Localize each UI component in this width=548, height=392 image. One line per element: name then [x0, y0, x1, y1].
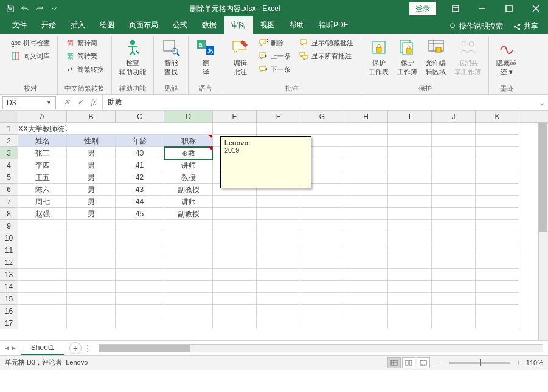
cell[interactable]: 40: [116, 147, 164, 159]
cell[interactable]: [67, 232, 116, 244]
hscroll-thumb[interactable]: [99, 345, 190, 352]
sheet-nav[interactable]: ◄►: [0, 345, 21, 351]
cell[interactable]: [388, 293, 432, 305]
accessibility-check-button[interactable]: 检查 辅助功能: [117, 36, 148, 78]
cell[interactable]: [300, 305, 344, 317]
cell[interactable]: [476, 281, 519, 293]
cell[interactable]: [18, 220, 67, 232]
cell[interactable]: [67, 317, 116, 329]
normal-view-button[interactable]: [387, 357, 401, 368]
cell[interactable]: [344, 256, 388, 269]
cell[interactable]: [18, 281, 67, 293]
page-break-view-button[interactable]: [417, 357, 430, 368]
minimize-icon[interactable]: [470, 0, 494, 17]
horizontal-scrollbar[interactable]: [99, 344, 543, 352]
cell[interactable]: XX大学教师统计: [18, 123, 67, 135]
row-header[interactable]: 8: [0, 208, 18, 220]
row-header[interactable]: 11: [0, 244, 18, 256]
col-header-F[interactable]: F: [257, 111, 300, 122]
add-sheet-button[interactable]: +: [69, 342, 82, 354]
cell[interactable]: 陈六: [18, 184, 67, 196]
cell[interactable]: [213, 269, 257, 281]
cell[interactable]: [116, 244, 164, 256]
cell[interactable]: [344, 196, 388, 208]
next-comment-button[interactable]: 下一条: [256, 63, 293, 75]
tab-file[interactable]: 文件: [5, 16, 34, 34]
cell[interactable]: [116, 123, 164, 135]
cell[interactable]: [257, 317, 300, 329]
cell[interactable]: [257, 232, 300, 244]
cell[interactable]: [432, 208, 476, 220]
cell[interactable]: [388, 196, 432, 208]
cell[interactable]: [257, 281, 300, 293]
tab-view[interactable]: 视图: [253, 16, 282, 34]
hide-ink-button[interactable]: 隐藏墨 迹 ▾: [494, 36, 519, 78]
cell[interactable]: [300, 317, 344, 329]
cell[interactable]: [300, 196, 344, 208]
tab-review[interactable]: 审阅: [224, 16, 253, 34]
cell[interactable]: [300, 256, 344, 269]
tab-layout[interactable]: 页面布局: [122, 16, 165, 34]
cell[interactable]: [257, 220, 300, 232]
cell[interactable]: [344, 293, 388, 305]
tab-insert[interactable]: 插入: [63, 16, 92, 34]
cell[interactable]: 讲师: [164, 159, 213, 171]
cell[interactable]: [213, 232, 257, 244]
cell[interactable]: [476, 244, 519, 256]
cell[interactable]: 赵强: [18, 208, 67, 220]
cell[interactable]: [67, 269, 116, 281]
cell[interactable]: [388, 184, 432, 196]
cell[interactable]: [476, 184, 519, 196]
cell[interactable]: [116, 305, 164, 317]
cell[interactable]: 年龄: [116, 135, 164, 147]
cell[interactable]: [257, 196, 300, 208]
cell[interactable]: [164, 232, 213, 244]
cell[interactable]: [476, 171, 519, 184]
cell[interactable]: 副教授: [164, 208, 213, 220]
cell[interactable]: 男: [67, 159, 116, 171]
cell[interactable]: [344, 171, 388, 184]
cell[interactable]: [344, 269, 388, 281]
row-header[interactable]: 3: [0, 147, 18, 159]
cell[interactable]: [18, 293, 67, 305]
cell[interactable]: [432, 317, 476, 329]
cell[interactable]: [432, 256, 476, 269]
cell[interactable]: [18, 317, 67, 329]
prev-comment-button[interactable]: 上一条: [256, 50, 293, 62]
cell[interactable]: [476, 123, 519, 135]
row-header[interactable]: 10: [0, 232, 18, 244]
allow-edit-ranges-button[interactable]: 允许编 辑区域: [423, 36, 448, 78]
cell[interactable]: [388, 269, 432, 281]
cell[interactable]: [67, 244, 116, 256]
cell[interactable]: [432, 281, 476, 293]
cell[interactable]: [432, 135, 476, 147]
cell[interactable]: [476, 208, 519, 220]
zoom-in-button[interactable]: +: [514, 358, 522, 368]
cell[interactable]: 讲师: [164, 196, 213, 208]
cell[interactable]: [476, 147, 519, 159]
protect-sheet-button[interactable]: 保护 工作表: [366, 36, 391, 78]
cell[interactable]: [300, 281, 344, 293]
cell[interactable]: [432, 184, 476, 196]
cell[interactable]: 男: [67, 196, 116, 208]
expand-formula-bar-icon[interactable]: ⌄: [536, 98, 548, 107]
sheet-tab[interactable]: Sheet1: [21, 342, 64, 355]
cell[interactable]: [116, 317, 164, 329]
cell[interactable]: [388, 135, 432, 147]
cell[interactable]: [164, 317, 213, 329]
sheet-prev-icon[interactable]: ◄: [4, 345, 10, 351]
cell[interactable]: [476, 269, 519, 281]
row-header[interactable]: 1: [0, 123, 18, 135]
row-header[interactable]: 9: [0, 220, 18, 232]
col-header-K[interactable]: K: [476, 111, 519, 122]
cell[interactable]: [18, 244, 67, 256]
cell[interactable]: [116, 220, 164, 232]
cell[interactable]: [344, 123, 388, 135]
row-header[interactable]: 6: [0, 184, 18, 196]
cell[interactable]: [18, 269, 67, 281]
cell[interactable]: [432, 171, 476, 184]
cell[interactable]: [300, 244, 344, 256]
cell[interactable]: [388, 171, 432, 184]
cell[interactable]: [300, 123, 344, 135]
cell[interactable]: [164, 123, 213, 135]
